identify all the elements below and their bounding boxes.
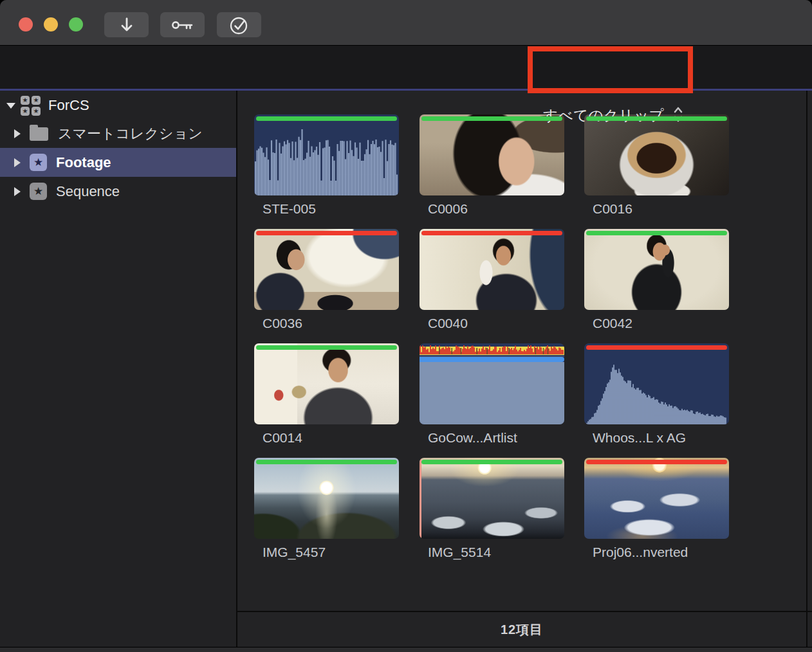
arrow-down-icon [118, 17, 135, 33]
marker-bar [256, 116, 397, 121]
clip-name: C0042 [584, 316, 729, 331]
sidebar-item-label: スマートコレクション [58, 124, 203, 143]
clip-thumbnail[interactable] [584, 229, 729, 310]
clip-name: C0006 [420, 201, 564, 217]
clip-thumbnail[interactable] [254, 458, 399, 539]
scrollbar-gutter [806, 91, 807, 647]
statusbar: 12項目 [237, 612, 806, 647]
clip-name: IMG_5457 [254, 545, 399, 560]
zoom-window-button[interactable] [69, 17, 83, 32]
disclosure-right-icon[interactable] [14, 129, 21, 138]
marker-bar [256, 345, 397, 350]
clip-name: Whoos...L x AG [584, 430, 729, 446]
clip-cell: IMG_5514 [420, 458, 564, 560]
sidebar-item-label: Footage [56, 154, 111, 171]
marker-bar [256, 231, 397, 235]
clip-cell: C0040 [420, 229, 564, 331]
waveform-blue-band [420, 357, 564, 362]
marker-bar [256, 460, 397, 464]
key-icon [171, 19, 194, 32]
clip-filter-dropdown[interactable]: すべてのクリップ [539, 100, 687, 131]
marker-bar [421, 460, 562, 464]
clip-name: C0014 [254, 430, 399, 446]
chevron-up-down-icon [673, 105, 683, 125]
toolbar-divider [0, 89, 812, 91]
clip-thumbnail-music[interactable] [420, 343, 564, 424]
star-square-icon: ★ [30, 183, 47, 200]
fcp-window: ★ ♪ T すべてのクリップ [0, 0, 812, 652]
waveform-body [420, 362, 564, 424]
clip-name: C0016 [584, 201, 729, 217]
disclosure-right-icon[interactable] [14, 187, 21, 196]
disclosure-right-icon[interactable] [14, 158, 21, 167]
clip-name: C0036 [254, 316, 399, 331]
clip-thumbnail-audio[interactable] [254, 114, 399, 195]
range-edge-marker [420, 458, 421, 539]
clip-name: GoCow...Artlist [420, 430, 564, 446]
minimize-window-button[interactable] [44, 17, 58, 32]
item-count: 12項目 [501, 621, 543, 638]
clip-cell: C0042 [584, 229, 729, 331]
clip-thumbnail[interactable] [420, 458, 564, 539]
sidebar-item-label: Sequence [56, 183, 120, 200]
clip-thumbnail[interactable] [420, 229, 564, 310]
clip-filter-value: すべてのクリップ [543, 105, 664, 125]
disclosure-down-icon[interactable] [6, 103, 15, 109]
sidebar-item-sequence[interactable]: ★ Sequence [0, 177, 236, 206]
marker-bar [586, 460, 727, 464]
clip-thumbnail[interactable] [584, 458, 729, 539]
background-tasks-button[interactable] [217, 12, 261, 37]
clip-name: STE-005 [254, 201, 399, 217]
clip-thumbnail[interactable] [254, 229, 399, 310]
titlebar [0, 0, 812, 45]
sidebar-library-forcs[interactable]: ★★★★ ForCS [0, 92, 236, 119]
marker-bar [586, 116, 727, 121]
browser-toolbar: ★ ♪ T すべてのクリップ [0, 45, 812, 91]
import-media-button[interactable] [104, 12, 149, 37]
marker-bar [586, 345, 727, 350]
clip-name: IMG_5514 [420, 545, 564, 560]
window-bottom-edge [0, 647, 812, 652]
clip-thumbnail-audio[interactable] [584, 343, 729, 424]
clip-cell: Proj06...nverted [584, 458, 729, 560]
sidebar-item-smart-collections[interactable]: スマートコレクション [0, 119, 236, 148]
clip-cell: Whoos...L x AG [584, 343, 729, 446]
star-square-icon: ★ [30, 154, 47, 171]
library-name: ForCS [48, 97, 89, 114]
clip-cell: GoCow...Artlist [420, 343, 564, 446]
close-window-button[interactable] [19, 17, 33, 32]
folder-icon [30, 127, 48, 141]
clip-thumbnail[interactable] [254, 343, 399, 424]
marker-bar [421, 231, 562, 235]
clip-cell: IMG_5457 [254, 458, 399, 560]
clip-name: C0040 [420, 316, 564, 331]
library-icon: ★★★★ [21, 96, 41, 116]
clip-cell: C0014 [254, 343, 399, 446]
sidebar-item-footage[interactable]: ★ Footage [0, 148, 236, 177]
marker-bar [421, 116, 562, 121]
clip-cell: C0036 [254, 229, 399, 331]
keywords-button[interactable] [160, 12, 205, 37]
marker-bar [586, 231, 727, 235]
check-circle-icon [229, 15, 250, 35]
clip-cell: STE-005 [254, 114, 399, 217]
libraries-sidebar: ★★★★ ForCS スマートコレクション ★ Footage ★ Sequen… [0, 91, 236, 647]
clip-name: Proj06...nverted [584, 545, 729, 560]
